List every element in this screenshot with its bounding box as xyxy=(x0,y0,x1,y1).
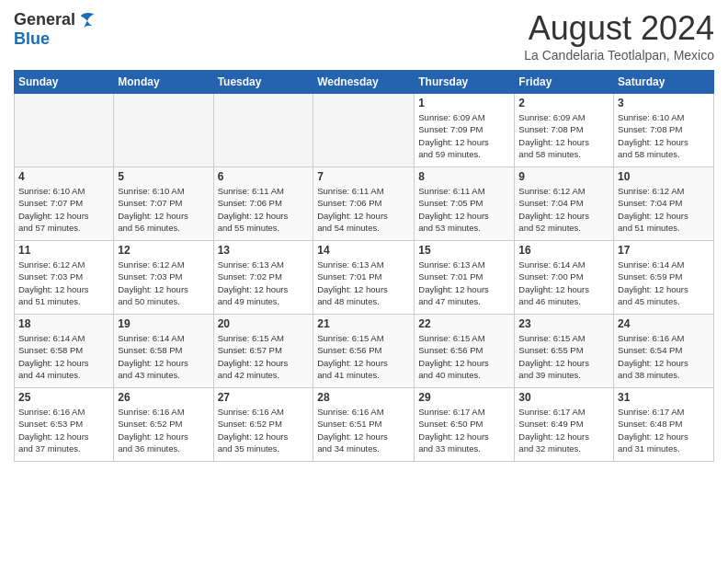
day-number: 20 xyxy=(218,317,310,330)
day-info: Sunrise: 6:10 AM Sunset: 7:07 PM Dayligh… xyxy=(18,185,109,234)
day-cell: 1Sunrise: 6:09 AM Sunset: 7:09 PM Daylig… xyxy=(415,94,515,167)
day-header-sunday: Sunday xyxy=(15,71,114,94)
day-info: Sunrise: 6:14 AM Sunset: 7:00 PM Dayligh… xyxy=(518,259,609,307)
day-cell: 5Sunrise: 6:10 AM Sunset: 7:07 PM Daylig… xyxy=(114,167,213,241)
logo-blue-text: Blue xyxy=(14,29,50,49)
day-number: 3 xyxy=(618,97,710,109)
day-info: Sunrise: 6:17 AM Sunset: 6:50 PM Dayligh… xyxy=(418,406,510,454)
day-number: 6 xyxy=(218,170,310,183)
logo: General Blue xyxy=(14,9,97,49)
day-cell: 29Sunrise: 6:17 AM Sunset: 6:50 PM Dayli… xyxy=(415,388,515,462)
day-info: Sunrise: 6:16 AM Sunset: 6:54 PM Dayligh… xyxy=(618,332,710,381)
day-info: Sunrise: 6:16 AM Sunset: 6:53 PM Dayligh… xyxy=(18,406,109,454)
day-info: Sunrise: 6:11 AM Sunset: 7:05 PM Dayligh… xyxy=(418,185,510,234)
day-info: Sunrise: 6:13 AM Sunset: 7:01 PM Dayligh… xyxy=(317,259,410,307)
day-number: 2 xyxy=(518,97,609,109)
day-header-thursday: Thursday xyxy=(415,71,515,94)
day-cell: 30Sunrise: 6:17 AM Sunset: 6:49 PM Dayli… xyxy=(515,388,614,462)
day-cell: 24Sunrise: 6:16 AM Sunset: 6:54 PM Dayli… xyxy=(614,315,714,388)
day-info: Sunrise: 6:17 AM Sunset: 6:49 PM Dayligh… xyxy=(518,406,609,454)
day-info: Sunrise: 6:15 AM Sunset: 6:57 PM Dayligh… xyxy=(218,332,310,381)
day-info: Sunrise: 6:11 AM Sunset: 7:06 PM Dayligh… xyxy=(218,185,310,234)
day-info: Sunrise: 6:13 AM Sunset: 7:02 PM Dayligh… xyxy=(218,259,310,307)
day-number: 28 xyxy=(317,391,410,404)
day-header-saturday: Saturday xyxy=(614,71,714,94)
month-title: August 2024 xyxy=(524,9,714,48)
day-info: Sunrise: 6:14 AM Sunset: 6:59 PM Dayligh… xyxy=(618,259,710,307)
day-info: Sunrise: 6:13 AM Sunset: 7:01 PM Dayligh… xyxy=(418,259,510,307)
day-number: 9 xyxy=(518,170,609,183)
day-cell: 14Sunrise: 6:13 AM Sunset: 7:01 PM Dayli… xyxy=(313,241,415,315)
day-number: 14 xyxy=(317,244,410,257)
day-number: 25 xyxy=(18,391,109,404)
day-info: Sunrise: 6:09 AM Sunset: 7:08 PM Dayligh… xyxy=(518,111,609,160)
day-cell: 20Sunrise: 6:15 AM Sunset: 6:57 PM Dayli… xyxy=(213,315,313,388)
day-cell: 12Sunrise: 6:12 AM Sunset: 7:03 PM Dayli… xyxy=(114,241,213,315)
location-subtitle: La Candelaria Teotlalpan, Mexico xyxy=(524,48,714,63)
day-number: 8 xyxy=(418,170,510,183)
day-info: Sunrise: 6:10 AM Sunset: 7:08 PM Dayligh… xyxy=(618,111,710,160)
day-cell: 2Sunrise: 6:09 AM Sunset: 7:08 PM Daylig… xyxy=(515,94,614,167)
title-area: August 2024 La Candelaria Teotlalpan, Me… xyxy=(524,9,714,63)
day-cell: 3Sunrise: 6:10 AM Sunset: 7:08 PM Daylig… xyxy=(614,94,714,167)
day-cell: 28Sunrise: 6:16 AM Sunset: 6:51 PM Dayli… xyxy=(313,388,415,462)
day-cell xyxy=(114,94,213,167)
day-info: Sunrise: 6:09 AM Sunset: 7:09 PM Dayligh… xyxy=(418,111,510,160)
week-row-2: 4Sunrise: 6:10 AM Sunset: 7:07 PM Daylig… xyxy=(15,167,714,241)
day-number: 1 xyxy=(418,97,510,109)
day-header-wednesday: Wednesday xyxy=(313,71,415,94)
day-cell: 4Sunrise: 6:10 AM Sunset: 7:07 PM Daylig… xyxy=(15,167,114,241)
day-info: Sunrise: 6:11 AM Sunset: 7:06 PM Dayligh… xyxy=(317,185,410,234)
day-info: Sunrise: 6:17 AM Sunset: 6:48 PM Dayligh… xyxy=(618,406,710,454)
day-number: 31 xyxy=(618,391,710,404)
day-cell: 8Sunrise: 6:11 AM Sunset: 7:05 PM Daylig… xyxy=(415,167,515,241)
day-number: 12 xyxy=(118,244,209,257)
day-number: 27 xyxy=(218,391,310,404)
day-number: 26 xyxy=(118,391,209,404)
day-info: Sunrise: 6:14 AM Sunset: 6:58 PM Dayligh… xyxy=(18,332,109,381)
day-cell: 17Sunrise: 6:14 AM Sunset: 6:59 PM Dayli… xyxy=(614,241,714,315)
day-number: 23 xyxy=(518,317,609,330)
day-cell: 18Sunrise: 6:14 AM Sunset: 6:58 PM Dayli… xyxy=(15,315,114,388)
day-cell: 21Sunrise: 6:15 AM Sunset: 6:56 PM Dayli… xyxy=(313,315,415,388)
day-number: 19 xyxy=(118,317,209,330)
day-cell: 9Sunrise: 6:12 AM Sunset: 7:04 PM Daylig… xyxy=(515,167,614,241)
week-row-4: 18Sunrise: 6:14 AM Sunset: 6:58 PM Dayli… xyxy=(15,315,714,388)
week-row-3: 11Sunrise: 6:12 AM Sunset: 7:03 PM Dayli… xyxy=(15,241,714,315)
day-number: 24 xyxy=(618,317,710,330)
logo-general-text: General xyxy=(14,10,75,29)
day-cell: 6Sunrise: 6:11 AM Sunset: 7:06 PM Daylig… xyxy=(213,167,313,241)
day-cell: 19Sunrise: 6:14 AM Sunset: 6:58 PM Dayli… xyxy=(114,315,213,388)
day-info: Sunrise: 6:15 AM Sunset: 6:56 PM Dayligh… xyxy=(418,332,510,381)
calendar-table: SundayMondayTuesdayWednesdayThursdayFrid… xyxy=(14,70,714,462)
day-cell: 22Sunrise: 6:15 AM Sunset: 6:56 PM Dayli… xyxy=(415,315,515,388)
day-cell: 11Sunrise: 6:12 AM Sunset: 7:03 PM Dayli… xyxy=(15,241,114,315)
day-header-tuesday: Tuesday xyxy=(213,71,313,94)
day-number: 4 xyxy=(18,170,109,183)
day-cell: 31Sunrise: 6:17 AM Sunset: 6:48 PM Dayli… xyxy=(614,388,714,462)
day-number: 13 xyxy=(218,244,310,257)
day-info: Sunrise: 6:16 AM Sunset: 6:52 PM Dayligh… xyxy=(218,406,310,454)
header-row: SundayMondayTuesdayWednesdayThursdayFrid… xyxy=(15,71,714,94)
day-number: 5 xyxy=(118,170,209,183)
week-row-1: 1Sunrise: 6:09 AM Sunset: 7:09 PM Daylig… xyxy=(15,94,714,167)
day-number: 22 xyxy=(418,317,510,330)
day-number: 10 xyxy=(618,170,710,183)
day-info: Sunrise: 6:12 AM Sunset: 7:03 PM Dayligh… xyxy=(18,259,109,307)
day-number: 16 xyxy=(518,244,609,257)
day-header-monday: Monday xyxy=(114,71,213,94)
day-cell: 15Sunrise: 6:13 AM Sunset: 7:01 PM Dayli… xyxy=(415,241,515,315)
day-cell: 16Sunrise: 6:14 AM Sunset: 7:00 PM Dayli… xyxy=(515,241,614,315)
header: General Blue August 2024 La Candelaria T… xyxy=(14,9,714,63)
day-cell xyxy=(313,94,415,167)
day-info: Sunrise: 6:16 AM Sunset: 6:51 PM Dayligh… xyxy=(317,406,410,454)
day-cell: 27Sunrise: 6:16 AM Sunset: 6:52 PM Dayli… xyxy=(213,388,313,462)
day-cell xyxy=(15,94,114,167)
day-number: 15 xyxy=(418,244,510,257)
day-info: Sunrise: 6:10 AM Sunset: 7:07 PM Dayligh… xyxy=(118,185,209,234)
day-info: Sunrise: 6:15 AM Sunset: 6:55 PM Dayligh… xyxy=(518,332,609,381)
day-header-friday: Friday xyxy=(515,71,614,94)
week-row-5: 25Sunrise: 6:16 AM Sunset: 6:53 PM Dayli… xyxy=(15,388,714,462)
day-info: Sunrise: 6:12 AM Sunset: 7:03 PM Dayligh… xyxy=(118,259,209,307)
day-info: Sunrise: 6:14 AM Sunset: 6:58 PM Dayligh… xyxy=(118,332,209,381)
